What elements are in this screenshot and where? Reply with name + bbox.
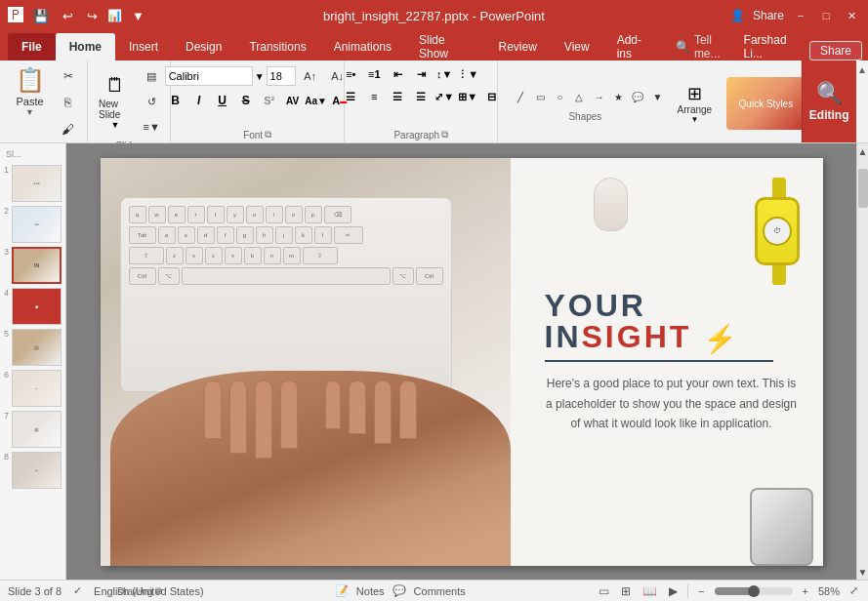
scroll-up-btn[interactable]: ▲ [857,143,869,159]
format-painter-button[interactable]: 🖌 [56,117,81,140]
zoom-thumb[interactable] [748,585,760,597]
close-btn[interactable]: ✕ [843,7,860,24]
fit-slide-btn[interactable]: ⤢ [847,584,860,597]
tell-me-input[interactable]: 🔍 Tell me... [666,33,744,60]
key: k [295,226,312,244]
reset-button[interactable]: ↺ [139,90,164,113]
share-label[interactable]: Share [753,9,784,22]
tab-design[interactable]: Design [172,33,235,60]
paste-button[interactable]: 📋 Paste ▼ [7,64,54,119]
slide-thumb-5[interactable]: ▤ [12,329,62,366]
scroll-track[interactable] [857,159,868,564]
minimize-btn[interactable]: − [792,7,809,24]
presentation-icon: 📊 [107,9,122,22]
slide-info: Slide 3 of 8 [8,585,62,597]
arrange-button[interactable]: ⊞ Arrange ▼ [670,79,719,128]
character-spacing-btn[interactable]: AV [282,91,304,110]
slide-item-7: 7 ▦ [4,411,62,448]
lightning-icon: ⚡ [703,323,740,353]
slide-thumb-1[interactable]: ▪▪▪ [12,165,62,202]
slide-thumb-2[interactable]: ▪▪ [12,206,62,243]
underline-button[interactable]: U [212,91,233,110]
strikethrough-button[interactable]: S [235,91,257,110]
align-right-btn[interactable]: ☰ [387,87,408,106]
font-name-expand[interactable]: ▼ [255,71,265,82]
notes-button[interactable]: Notes [356,585,385,597]
drawing-expand[interactable]: ⧉ [155,585,162,597]
tab-insert[interactable]: Insert [115,33,172,60]
clipboard-group: 📋 Paste ▼ ✂ ⎘ 🖌 Clipboard ⧉ [0,60,88,142]
tab-review[interactable]: Review [484,33,550,60]
slide-item-1: 1 ▪▪▪ [4,165,62,202]
tab-transitions[interactable]: Transitions [235,33,319,60]
slide-thumb-3[interactable]: IN [12,247,62,284]
bold-button[interactable]: B [165,91,186,110]
font-name-input[interactable] [165,66,253,86]
save-btn[interactable]: 💾 [29,9,53,23]
maximize-btn[interactable]: □ [817,7,835,24]
shadow-button[interactable]: S² [259,91,280,110]
slide-thumb-6[interactable]: ▪ [12,370,62,407]
decrease-indent-btn[interactable]: ⇤ [387,64,408,84]
tab-animations[interactable]: Animations [320,33,405,60]
italic-button[interactable]: I [188,91,210,110]
reading-view-btn[interactable]: 📖 [641,584,659,598]
slideshow-btn[interactable]: ▶ [667,584,680,598]
tab-addins[interactable]: Add-ins [603,33,666,60]
normal-view-btn[interactable]: ▭ [597,584,611,598]
scroll-thumb[interactable] [858,169,868,208]
redo-btn[interactable]: ↪ [83,9,102,23]
scroll-down-btn[interactable]: ▼ [857,564,869,580]
editing-icon: 🔍 [816,81,843,106]
bullets-btn[interactable]: ≡• [340,64,361,84]
slide-sorter-btn[interactable]: ⊞ [619,584,633,598]
comments-button[interactable]: Comments [414,585,466,597]
slide-panel: Sl... 1 ▪▪▪ 2 ▪▪ 3 IN 4 ■ [0,143,66,580]
share-button[interactable]: Share [809,41,862,60]
tab-slideshow[interactable]: Slide Show [405,33,484,60]
quick-styles-button[interactable]: Quick Styles [726,77,805,130]
editing-label: Editing [809,108,849,122]
font-expand[interactable]: ⧉ [265,129,271,140]
key: p [305,206,322,223]
tab-file[interactable]: File [8,33,56,60]
layout-button[interactable]: ▤ [139,64,164,88]
vertical-scrollbar[interactable]: ▲ ▼ [856,143,868,580]
tab-home[interactable]: Home [56,33,115,60]
slide-thumb-4[interactable]: ■ [12,288,62,325]
increase-indent-btn[interactable]: ⇥ [410,64,432,84]
cut-button[interactable]: ✂ [56,64,81,88]
user-info: Farshad Li... [744,33,802,60]
align-text-btn[interactable]: ⊞▼ [457,87,478,106]
slide-thumb-8[interactable]: ▪▪ [12,452,62,489]
text-direction-btn[interactable]: ⤢▼ [434,87,455,106]
shapes-grid: ╱ ▭ ○ △ → ★ 💬 ▼ [508,86,662,109]
zoom-in-btn[interactable]: + [801,585,810,597]
slide-thumb-7[interactable]: ▦ [12,411,62,448]
align-center-btn[interactable]: ≡ [363,87,385,106]
change-case-btn[interactable]: Aa▼ [306,91,327,110]
undo-btn[interactable]: ↩ [59,9,77,23]
numbering-btn[interactable]: ≡1 [363,64,385,84]
justify-btn[interactable]: ☰ [410,87,432,106]
paragraph-expand[interactable]: ⧉ [441,129,448,140]
line-spacing-btn[interactable]: ↕▼ [434,64,455,84]
increase-font-btn[interactable]: A↑ [298,64,323,88]
slide-body-text: Here's a good place to put your own text… [545,374,799,433]
canvas-area[interactable]: q w e r t y u i o p ⌫ [66,143,856,580]
zoom-slider[interactable] [715,587,793,595]
font-size-input[interactable] [267,66,296,86]
section-button[interactable]: ≡▼ [139,115,164,139]
align-left-btn[interactable]: ☰ [340,87,361,106]
slide-item-2: 2 ▪▪ [4,206,62,243]
tab-view[interactable]: View [551,33,603,60]
customize-btn[interactable]: ▼ [128,9,148,23]
copy-button[interactable]: ⎘ [56,91,81,114]
new-slide-button[interactable]: 🗒 New Slide ▼ [94,73,137,130]
column-btn[interactable]: ⋮▼ [457,64,478,84]
zoom-out-btn[interactable]: − [696,585,706,597]
key: g [236,226,254,244]
key: j [275,226,293,244]
slides-group: 🗒 New Slide ▼ ▤ ↺ ≡▼ Slides [88,60,171,142]
collapse-ribbon-btn[interactable]: ▲ [856,60,868,142]
